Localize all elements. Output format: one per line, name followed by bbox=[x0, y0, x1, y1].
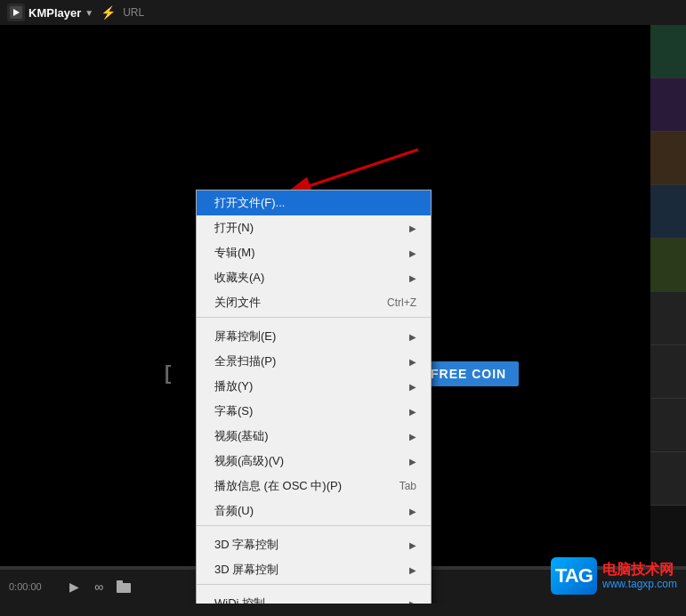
submenu-arrow-icon: ▶ bbox=[409, 599, 416, 604]
submenu-arrow-icon: ▶ bbox=[409, 507, 416, 516]
submenu-arrow-icon: ▶ bbox=[409, 223, 416, 233]
menu-item-label: 音频(U) bbox=[214, 503, 254, 519]
loop-button[interactable]: ∞ bbox=[90, 578, 108, 596]
menu-item-label: 3D 字幕控制 bbox=[214, 537, 278, 553]
submenu-arrow-icon: ▶ bbox=[409, 565, 416, 575]
dropdown-arrow-icon[interactable]: ▼ bbox=[85, 8, 93, 18]
menu-separator bbox=[197, 317, 431, 322]
logo-icon bbox=[7, 4, 25, 21]
menu-item-label: 播放信息 (在 OSC 中)(P) bbox=[214, 478, 342, 494]
lightning-icon[interactable]: ⚡ bbox=[101, 5, 116, 20]
thumbnail-3[interactable] bbox=[650, 132, 686, 185]
menu-item-label: 打开(N) bbox=[214, 220, 254, 236]
submenu-arrow-icon: ▶ bbox=[409, 273, 416, 283]
side-thumbnails bbox=[650, 25, 686, 604]
folder-button[interactable] bbox=[115, 578, 133, 596]
menu-separator bbox=[197, 525, 431, 531]
menu-item[interactable]: 播放(Y)▶ bbox=[197, 374, 431, 399]
tag-main-text: 电脑技术网 bbox=[602, 561, 677, 578]
svg-rect-4 bbox=[117, 583, 131, 593]
thumbnail-1[interactable] bbox=[650, 25, 686, 78]
submenu-arrow-icon: ▶ bbox=[409, 540, 416, 550]
menu-item-label: 收藏夹(A) bbox=[214, 270, 264, 286]
tag-watermark: TAG 电脑技术网 www.tagxp.com bbox=[551, 557, 677, 595]
menu-item[interactable]: 音频(U)▶ bbox=[197, 498, 431, 523]
menu-item[interactable]: 全景扫描(P)▶ bbox=[197, 349, 431, 374]
menu-separator bbox=[197, 584, 431, 589]
menu-item[interactable]: 视频(高级)(V)▶ bbox=[197, 449, 431, 474]
thumbnail-9[interactable] bbox=[650, 452, 686, 506]
tag-logo-icon: TAG bbox=[551, 557, 597, 595]
play-button[interactable]: ▶ bbox=[65, 578, 83, 596]
menu-item-label: 字幕(S) bbox=[214, 403, 253, 419]
thumbnail-7[interactable] bbox=[650, 345, 686, 399]
menu-item[interactable]: 关闭文件Ctrl+Z bbox=[197, 290, 431, 315]
menu-item-label: 打开文件(F)... bbox=[214, 195, 285, 211]
menu-item[interactable]: 字幕(S)▶ bbox=[197, 399, 431, 424]
submenu-arrow-icon: ▶ bbox=[409, 407, 416, 417]
menu-shortcut: Ctrl+Z bbox=[387, 296, 416, 309]
menu-item[interactable]: 打开文件(F)... bbox=[197, 190, 431, 215]
menu-item-label: 视频(高级)(V) bbox=[214, 453, 284, 469]
app-title: KMPlayer bbox=[28, 6, 81, 20]
menu-item[interactable]: 收藏夹(A)▶ bbox=[197, 265, 431, 290]
menu-item-label: 屏幕控制(E) bbox=[214, 328, 276, 344]
menu-item-label: 3D 屏幕控制 bbox=[214, 562, 278, 578]
submenu-arrow-icon: ▶ bbox=[409, 332, 416, 342]
menu-item[interactable]: 专辑(M)▶ bbox=[197, 240, 431, 265]
svg-rect-5 bbox=[117, 580, 123, 584]
time-display: 0:00:00 bbox=[9, 581, 58, 592]
thumbnail-8[interactable] bbox=[650, 399, 686, 452]
menu-item-label: 专辑(M) bbox=[214, 245, 255, 261]
menu-item-label: WiDi 控制 bbox=[214, 596, 265, 604]
thumbnail-5[interactable] bbox=[650, 239, 686, 292]
app-logo[interactable]: KMPlayer ▼ bbox=[7, 4, 93, 21]
url-label[interactable]: URL bbox=[123, 6, 144, 19]
submenu-arrow-icon: ▶ bbox=[409, 357, 416, 367]
menu-item[interactable]: 打开(N)▶ bbox=[197, 215, 431, 240]
submenu-arrow-icon: ▶ bbox=[409, 457, 416, 466]
titlebar: KMPlayer ▼ ⚡ URL bbox=[0, 0, 686, 25]
submenu-arrow-icon: ▶ bbox=[409, 248, 416, 258]
menu-item-label: 播放(Y) bbox=[214, 378, 253, 394]
free-coin-button[interactable]: FREE COIN bbox=[418, 361, 519, 386]
menu-item-label: 视频(基础) bbox=[214, 428, 269, 444]
tag-text-block: 电脑技术网 www.tagxp.com bbox=[602, 561, 677, 591]
context-menu: 打开文件(F)...打开(N)▶专辑(M)▶收藏夹(A)▶关闭文件Ctrl+Z屏… bbox=[196, 190, 432, 604]
menu-item-label: 关闭文件 bbox=[214, 295, 261, 311]
menu-item[interactable]: 3D 屏幕控制▶ bbox=[197, 557, 431, 582]
submenu-arrow-icon: ▶ bbox=[409, 432, 416, 442]
menu-item[interactable]: WiDi 控制▶ bbox=[197, 591, 431, 604]
menu-shortcut: Tab bbox=[399, 480, 416, 492]
submenu-arrow-icon: ▶ bbox=[409, 382, 416, 392]
player-area: [ FREE COIN 打开文件(F)...打开(N)▶专辑(M)▶收藏夹(A)… bbox=[0, 25, 686, 604]
thumbnail-6[interactable] bbox=[650, 292, 686, 345]
thumbnail-4[interactable] bbox=[650, 185, 686, 239]
free-coin-bracket: [ bbox=[165, 361, 171, 385]
menu-item-label: 全景扫描(P) bbox=[214, 353, 276, 369]
menu-item[interactable]: 3D 字幕控制▶ bbox=[197, 532, 431, 557]
svg-line-3 bbox=[285, 150, 418, 194]
menu-item[interactable]: 播放信息 (在 OSC 中)(P)Tab bbox=[197, 474, 431, 498]
thumbnail-2[interactable] bbox=[650, 78, 686, 132]
menu-item[interactable]: 视频(基础)▶ bbox=[197, 424, 431, 449]
tag-url: www.tagxp.com bbox=[602, 578, 677, 590]
menu-item[interactable]: 屏幕控制(E)▶ bbox=[197, 324, 431, 349]
